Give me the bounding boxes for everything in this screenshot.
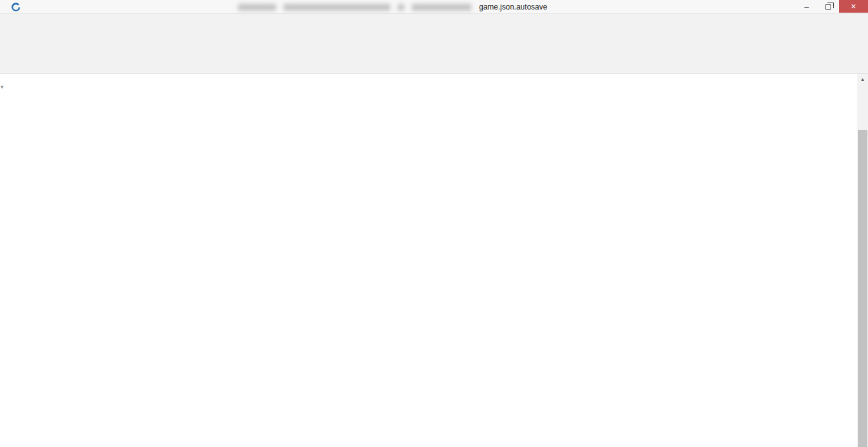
tab-bar (0, 56, 868, 74)
collapse-triangle-icon[interactable]: ▾ (1, 84, 4, 90)
event-tree-gutter: ▾ (0, 74, 14, 447)
vertical-scrollbar[interactable]: ▲ (857, 74, 868, 447)
redacted-title-segment (412, 4, 471, 11)
redacted-title-segment (284, 4, 390, 11)
toolbar (0, 28, 868, 56)
window-title-text: game.json.autosave (479, 3, 547, 11)
scroll-up-arrow-icon[interactable]: ▲ (857, 74, 868, 85)
restore-icon (825, 4, 831, 10)
redacted-title-segment (398, 4, 404, 11)
minimize-button[interactable]: – (796, 0, 817, 13)
close-button[interactable]: × (839, 0, 868, 13)
redacted-title-segment (238, 4, 276, 11)
events-editor: ▾ ▲ (0, 74, 868, 447)
restore-button[interactable] (817, 0, 839, 13)
gdevelop-logo-icon (10, 1, 22, 13)
scrollbar-thumb[interactable] (858, 130, 867, 447)
menu-bar (0, 14, 868, 28)
window-title: game.json.autosave (238, 3, 547, 11)
title-bar: game.json.autosave – × (0, 0, 868, 14)
